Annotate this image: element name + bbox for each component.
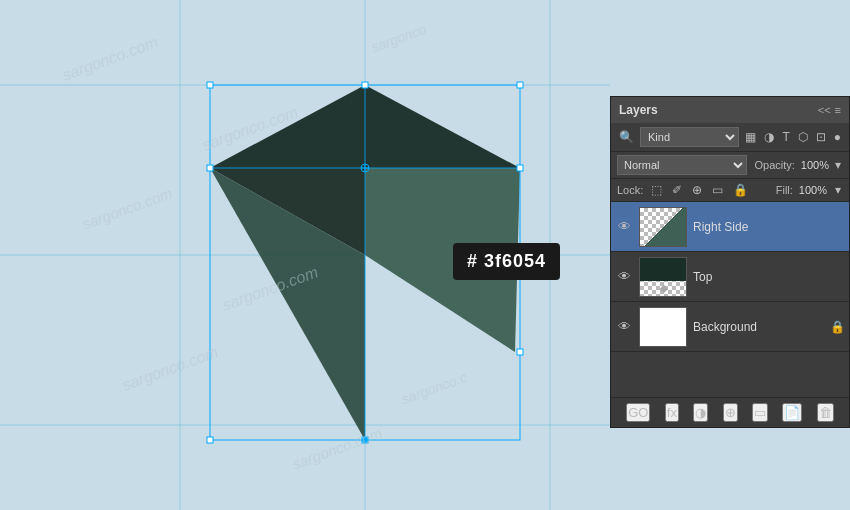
search-row: 🔍 Kind ▦ ◑ T ⬡ ⊡ ● <box>611 123 849 152</box>
link-layers-button[interactable]: GO <box>626 403 650 422</box>
new-layer-button[interactable]: 📄 <box>782 403 802 422</box>
panel-titlebar: Layers << ≡ <box>611 97 849 123</box>
fill-dropdown-icon[interactable]: ▾ <box>833 182 843 198</box>
blend-row: Normal Opacity: 100% ▾ <box>611 152 849 179</box>
svg-rect-20 <box>517 349 523 355</box>
svg-rect-17 <box>517 165 523 171</box>
watermark: sargonco <box>369 21 429 56</box>
filter-toggle-icon[interactable]: ● <box>832 129 843 145</box>
watermark: sargonco.com <box>60 33 161 84</box>
svg-rect-15 <box>517 82 523 88</box>
svg-rect-19 <box>362 437 368 443</box>
fill-label: Fill: <box>776 184 793 196</box>
lock-all-button[interactable]: 🔒 <box>731 182 750 198</box>
layer-visibility-top[interactable]: 👁 <box>615 269 633 284</box>
watermark: sargonco.c <box>399 369 469 407</box>
type-filter-icon[interactable]: T <box>780 129 791 145</box>
new-adjustment-button[interactable]: ⊕ <box>723 403 738 422</box>
svg-rect-14 <box>207 82 213 88</box>
layer-name-background: Background <box>693 320 826 334</box>
watermark: sargonco.com <box>220 263 321 314</box>
shape-filter-icon[interactable]: ⬡ <box>796 129 810 145</box>
kind-select[interactable]: Kind <box>640 127 739 147</box>
layer-visibility-background[interactable]: 👁 <box>615 319 633 334</box>
svg-marker-7 <box>210 168 365 255</box>
svg-rect-13 <box>362 82 368 88</box>
pixel-filter-icon[interactable]: ▦ <box>743 129 758 145</box>
panel-bottom-toolbar: GO fx ◑ ⊕ ▭ 📄 🗑 <box>611 397 849 427</box>
svg-rect-16 <box>207 165 213 171</box>
adjust-filter-icon[interactable]: ◑ <box>762 129 776 145</box>
lock-row: Lock: ⬚ ✐ ⊕ ▭ 🔒 Fill: 100% ▾ <box>611 179 849 202</box>
panel-menu-button[interactable]: ≡ <box>835 105 841 116</box>
layers-list: 👁 Right Side 👁 Top 👁 Background 🔒 <box>611 202 849 397</box>
svg-marker-6 <box>210 85 520 168</box>
layer-name-right-side: Right Side <box>693 220 845 234</box>
svg-point-21 <box>361 164 369 172</box>
lock-label: Lock: <box>617 184 643 196</box>
svg-marker-9 <box>210 168 365 440</box>
layer-item-top[interactable]: 👁 Top <box>611 252 849 302</box>
layers-panel: Layers << ≡ 🔍 Kind ▦ ◑ T ⬡ ⊡ ● Normal Op… <box>610 96 850 428</box>
color-tooltip: # 3f6054 <box>453 243 560 280</box>
layer-visibility-right-side[interactable]: 👁 <box>615 219 633 234</box>
lock-pixels-button[interactable]: ⬚ <box>649 182 664 198</box>
layer-thumb-right-side <box>639 207 687 247</box>
opacity-dropdown-icon[interactable]: ▾ <box>833 157 843 173</box>
watermark: sargonco.com <box>290 424 384 472</box>
new-group-button[interactable]: ▭ <box>752 403 768 422</box>
watermark: sargonco.com <box>200 103 301 154</box>
watermark: sargonco.com <box>80 184 174 232</box>
layer-effects-button[interactable]: fx <box>665 403 679 422</box>
blend-mode-select[interactable]: Normal <box>617 155 747 175</box>
lock-artboard-button[interactable]: ▭ <box>710 182 725 198</box>
panel-title: Layers <box>619 103 658 117</box>
search-icon: 🔍 <box>617 129 636 145</box>
layer-item-background[interactable]: 👁 Background 🔒 <box>611 302 849 352</box>
svg-rect-18 <box>207 437 213 443</box>
watermark: sargonco.com <box>120 343 221 394</box>
opacity-label: Opacity: <box>755 159 795 171</box>
layer-item-right-side[interactable]: 👁 Right Side <box>611 202 849 252</box>
layer-thumb-background <box>639 307 687 347</box>
layer-name-top: Top <box>693 270 845 284</box>
layer-thumb-top <box>639 257 687 297</box>
color-value: # 3f6054 <box>467 251 546 271</box>
delete-layer-button[interactable]: 🗑 <box>817 403 834 422</box>
fill-value: 100% <box>799 184 827 196</box>
layer-lock-icon-background: 🔒 <box>830 320 845 334</box>
opacity-value: 100% <box>801 159 829 171</box>
smart-filter-icon[interactable]: ⊡ <box>814 129 828 145</box>
svg-point-24 <box>362 437 368 443</box>
lock-transform-button[interactable]: ⊕ <box>690 182 704 198</box>
lock-position-button[interactable]: ✐ <box>670 182 684 198</box>
panel-controls: << ≡ <box>818 105 841 116</box>
add-mask-button[interactable]: ◑ <box>693 403 708 422</box>
panel-collapse-button[interactable]: << <box>818 105 831 116</box>
